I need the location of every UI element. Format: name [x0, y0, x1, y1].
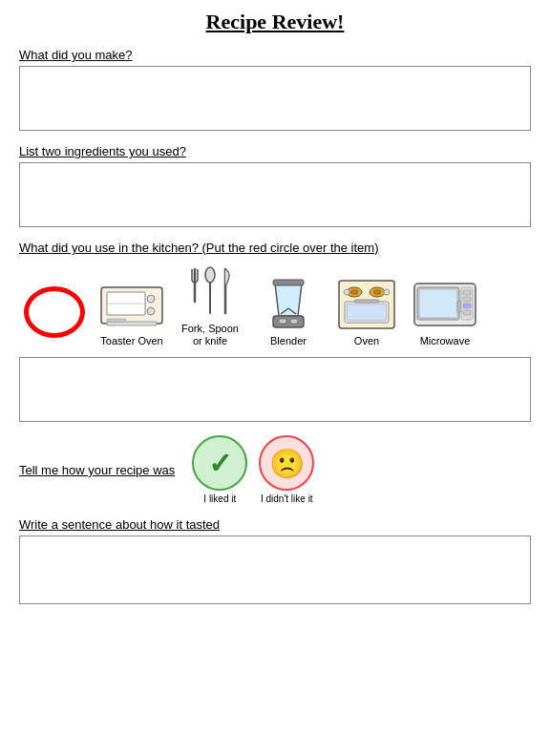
liked-label: I liked it — [203, 494, 236, 504]
page-title: Recipe Review! — [19, 10, 531, 34]
svg-marker-13 — [275, 284, 302, 316]
svg-rect-14 — [273, 280, 304, 285]
svg-rect-27 — [354, 300, 379, 303]
svg-rect-17 — [290, 319, 298, 324]
question-2-label: List two ingredients you used? — [19, 144, 531, 158]
question-1-label: What did you make? — [19, 48, 531, 62]
taste-buttons-group: ✓ I liked it 🙁 I didn't like it — [192, 435, 314, 504]
svg-point-4 — [147, 307, 155, 315]
taste-disliked-button[interactable]: 🙁 I didn't like it — [259, 435, 314, 504]
svg-point-3 — [147, 295, 155, 303]
svg-rect-38 — [463, 310, 471, 315]
svg-rect-26 — [347, 304, 387, 321]
microwave-label: Microwave — [420, 335, 471, 347]
svg-point-28 — [344, 289, 349, 295]
svg-point-22 — [350, 290, 358, 295]
question-2-input[interactable] — [19, 162, 531, 227]
disliked-label: I didn't like it — [261, 494, 313, 504]
checkmark-icon: ✓ — [208, 447, 232, 480]
question-4-label: Tell me how your recipe was — [19, 463, 175, 477]
question-3-label: What did you use in the kitchen? (Put th… — [19, 241, 531, 255]
extra-write-box[interactable] — [19, 357, 531, 422]
kitchen-item-oven[interactable]: Oven — [330, 277, 403, 347]
kitchen-item-utensils[interactable]: Fork, Spoonor knife — [174, 264, 246, 347]
svg-point-24 — [373, 290, 381, 295]
oven-label: Oven — [354, 335, 379, 347]
svg-rect-37 — [463, 304, 471, 308]
toaster-oven-label: Toaster Oven — [100, 335, 162, 347]
taste-liked-button[interactable]: ✓ I liked it — [192, 435, 247, 504]
svg-point-10 — [205, 267, 215, 283]
svg-rect-16 — [279, 319, 286, 324]
svg-rect-32 — [419, 289, 457, 318]
question-1-input[interactable] — [19, 66, 531, 131]
svg-rect-15 — [273, 316, 304, 327]
kitchen-item-toaster-oven[interactable]: Toaster Oven — [95, 277, 168, 347]
svg-rect-5 — [107, 322, 157, 326]
kitchen-item-blender[interactable]: Blender — [252, 277, 325, 347]
svg-rect-36 — [463, 297, 471, 302]
svg-rect-35 — [463, 290, 471, 295]
svg-rect-6 — [107, 319, 126, 322]
kitchen-item-microwave[interactable]: Microwave — [409, 277, 481, 347]
blender-label: Blender — [270, 335, 307, 347]
sad-face-icon: 🙁 — [269, 447, 305, 480]
question-5-label: Write a sentence about how it tasted — [19, 517, 531, 532]
utensils-label: Fork, Spoonor knife — [181, 323, 239, 347]
svg-rect-33 — [457, 301, 461, 312]
question-5-input[interactable] — [19, 536, 531, 604]
svg-point-29 — [384, 289, 390, 295]
red-circle-indicator — [19, 277, 90, 347]
